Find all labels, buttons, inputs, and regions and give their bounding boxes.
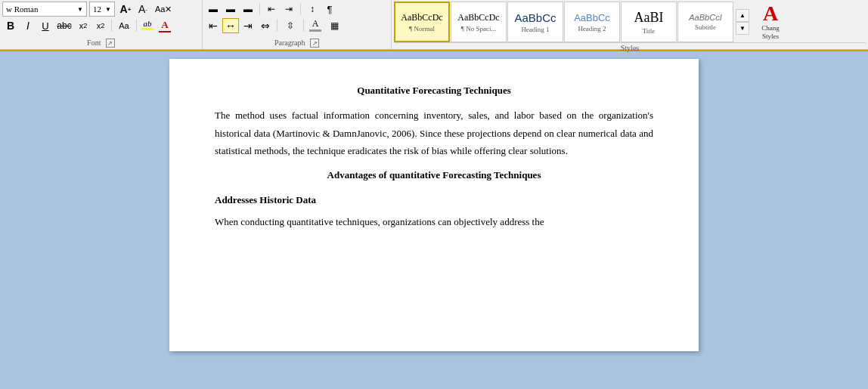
document-section-title: Advantages of quantitative Forecasting T… (215, 166, 653, 184)
font-size-dropdown[interactable]: 12 ▼ (89, 2, 115, 17)
bold-button[interactable]: B (2, 18, 19, 33)
clear-format-button[interactable]: Aa✕ (152, 2, 175, 17)
style-h1-preview: AaBbCc (514, 11, 556, 24)
paragraph-section: ▬ ▬ ▬ ⇤ ⇥ ↕ ¶ ⇤ ↔ ⇥ ⇔ ⇳ A (203, 0, 392, 49)
font-section: w Roman ▼ 12 ▼ A+ A- Aa✕ B I U (0, 0, 203, 49)
style-subtitle-label: Subtitle (695, 23, 716, 31)
subscript-button[interactable]: x2 (75, 18, 91, 33)
font-name-value: w Roman (6, 5, 77, 14)
style-nospace[interactable]: AaBbCcDc ¶ No Spaci... (451, 2, 507, 42)
font-color-bar (159, 31, 171, 32)
case-button[interactable]: Aa (114, 18, 134, 33)
numbering-button[interactable]: ▬ (222, 2, 239, 17)
ribbon-rows: w Roman ▼ 12 ▼ A+ A- Aa✕ B I U (0, 0, 868, 50)
style-nospace-preview: AaBbCcDc (457, 12, 499, 23)
document-title: Quantitative Forecasting Techniques (215, 82, 653, 99)
font-size-value: 12 (93, 5, 105, 14)
shading-label: A (312, 18, 319, 29)
highlight-label: ab (144, 19, 152, 28)
document-body1[interactable]: The method uses factual information conc… (215, 107, 653, 159)
styles-section: AaBbCcDc ¶ Normal AaBbCcDc ¶ No Spaci...… (392, 0, 868, 49)
shading-button[interactable]: A (307, 18, 324, 33)
multilevel-button[interactable]: ▬ (240, 2, 256, 17)
style-h2-preview: AaBbCc (574, 12, 610, 23)
change-styles-button[interactable]: A ChangStyles (752, 2, 789, 42)
show-marks-button[interactable]: ¶ (321, 2, 338, 17)
styles-scroll-controls: ▲ ▼ (736, 2, 749, 42)
styles-section-label: Styles (394, 42, 866, 53)
scroll-down-button[interactable]: ▼ (736, 22, 749, 35)
style-title[interactable]: AaBI Title (621, 2, 677, 42)
font-label-text: Font (87, 39, 101, 47)
para-divider1 (259, 3, 260, 15)
highlight-button[interactable]: ab (139, 18, 156, 33)
ribbon: w Roman ▼ 12 ▼ A+ A- Aa✕ B I U (0, 0, 868, 51)
style-subtitle-preview: AaBbCcI (689, 13, 721, 22)
para-divider4 (303, 20, 304, 32)
font-shrink-button[interactable]: A- (135, 2, 151, 17)
document-body2[interactable]: When conducting quantitative techniques,… (215, 213, 653, 230)
font-section-label: Font ↗ (2, 37, 200, 48)
para-row1: ▬ ▬ ▬ ⇤ ⇥ ↕ ¶ (205, 2, 389, 17)
change-styles-a-icon: A (763, 3, 778, 24)
font-expand-icon[interactable]: ↗ (106, 39, 115, 48)
align-center-button[interactable]: ↔ (222, 18, 239, 33)
line-spacing-button[interactable]: ⇳ (281, 18, 300, 33)
font-name-dropdown[interactable]: w Roman ▼ (2, 2, 87, 17)
style-h1-label: Heading 1 (521, 26, 549, 33)
para-divider3 (277, 20, 277, 32)
decrease-indent-button[interactable]: ⇤ (263, 2, 280, 17)
clear-format-icon: Aa✕ (155, 5, 172, 14)
styles-gallery: AaBbCcDc ¶ Normal AaBbCcDc ¶ No Spaci...… (394, 2, 866, 53)
para-divider2 (300, 3, 301, 15)
change-styles-label: ChangStyles (761, 24, 780, 41)
scroll-up-button[interactable]: ▲ (736, 9, 749, 22)
borders-button[interactable]: ▦ (324, 18, 344, 33)
paragraph-label-text: Paragraph (274, 39, 305, 47)
style-heading1[interactable]: AaBbCc Heading 1 (507, 2, 563, 42)
style-nospace-label: ¶ No Spaci... (461, 25, 496, 32)
para-expand-icon[interactable]: ↗ (310, 39, 319, 48)
font-row1: w Roman ▼ 12 ▼ A+ A- Aa✕ (2, 2, 200, 17)
para-row2: ⇤ ↔ ⇥ ⇔ ⇳ A ▦ (205, 18, 389, 33)
bullets-button[interactable]: ▬ (205, 2, 222, 17)
align-left-button[interactable]: ⇤ (205, 18, 222, 33)
document-area: Quantitative Forecasting Techniques The … (0, 51, 868, 359)
style-normal-preview: AaBbCcDc (401, 12, 442, 23)
font-color-button[interactable]: A (157, 18, 173, 33)
font-color-label: A (161, 19, 168, 31)
divider2 (136, 20, 137, 32)
highlight-color-bar (141, 28, 153, 30)
font-row2: B I U abc x2 x2 Aa ab A (2, 18, 200, 33)
style-heading2[interactable]: AaBbCc Heading 2 (564, 2, 620, 42)
style-normal-label: ¶ Normal (409, 25, 435, 32)
document-subheading: Addresses Historic Data (215, 191, 653, 208)
style-title-preview: AaBI (634, 10, 664, 26)
document-page: Quantitative Forecasting Techniques The … (169, 59, 699, 351)
italic-button[interactable]: I (20, 18, 36, 33)
style-normal[interactable]: AaBbCcDc ¶ Normal (394, 2, 450, 42)
styles-label-text: Styles (621, 44, 639, 52)
paragraph-section-label: Paragraph ↗ (205, 37, 389, 48)
divider1 (111, 20, 112, 32)
justify-button[interactable]: ⇔ (257, 18, 274, 33)
font-size-arrow: ▼ (105, 6, 111, 13)
sort-button[interactable]: ↕ (304, 2, 321, 17)
underline-button[interactable]: U (37, 18, 54, 33)
increase-indent-button[interactable]: ⇥ (281, 2, 297, 17)
font-grow-button[interactable]: A+ (117, 2, 134, 17)
style-title-label: Title (643, 27, 656, 35)
style-h2-label: Heading 2 (578, 25, 606, 32)
strikethrough-button[interactable]: abc (54, 18, 74, 33)
font-name-arrow: ▼ (77, 6, 83, 13)
shading-bar (309, 29, 321, 32)
align-right-button[interactable]: ⇥ (240, 18, 256, 33)
superscript-button[interactable]: x2 (92, 18, 109, 33)
style-subtitle[interactable]: AaBbCcI Subtitle (677, 2, 733, 42)
